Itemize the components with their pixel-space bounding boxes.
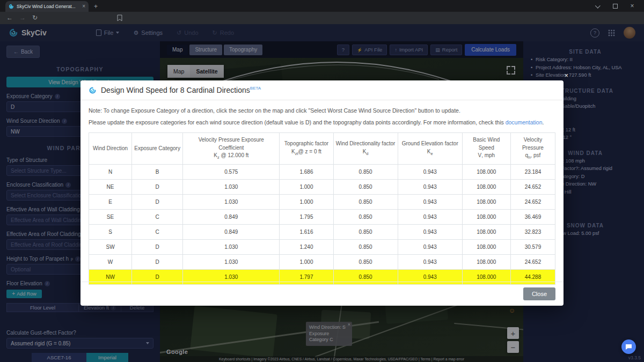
col-wind-direction: Wind Direction: [89, 133, 132, 165]
col-kz: Velocity Pressure Exposure CoefficientKz…: [183, 133, 280, 165]
reload-icon[interactable]: ↻: [32, 14, 38, 21]
screen: SkyCiv Wind Load Generat... ← → ↻ platfo…: [0, 0, 644, 362]
new-tab-button[interactable]: [94, 3, 98, 10]
modal-footer: Close: [80, 282, 564, 306]
modal-header: Design Wind Speed for 8 Cardinal Directi…: [80, 80, 564, 100]
window-maximize-icon[interactable]: [606, 0, 624, 12]
close-button[interactable]: Close: [523, 287, 555, 300]
tab-title: SkyCiv Wind Load Generat...: [17, 4, 79, 9]
table-row: WD1.0301.0000.8500.943108.00024.652: [89, 254, 555, 269]
window-close-icon[interactable]: [624, 0, 641, 12]
col-velocity-pressure: Velocity Pressureqh, psf: [510, 133, 555, 165]
col-exposure-category: Exposure Category: [132, 133, 183, 165]
beta-badge: BETA: [250, 86, 261, 91]
documentation-link[interactable]: documentation: [506, 119, 543, 125]
skyciv-favicon-icon: [9, 4, 14, 9]
design-wind-speed-modal: Design Wind Speed for 8 Cardinal Directi…: [80, 80, 564, 306]
browser-tabstrip: SkyCiv Wind Load Generat...: [0, 0, 644, 12]
modal-close-icon[interactable]: [564, 71, 568, 79]
modal-title: Design Wind Speed for 8 Cardinal Directi…: [101, 86, 261, 94]
bookmark-icon[interactable]: [117, 14, 122, 21]
col-basic-wind-speed: Basic Wind SpeedV, mph: [462, 133, 510, 165]
chat-bubble-button[interactable]: [621, 339, 636, 354]
col-kd: Wind Directionality factorKd: [333, 133, 398, 165]
wind-speed-table: Wind Direction Exposure Category Velocit…: [89, 132, 555, 285]
col-ke: Ground Elevation factorKe: [398, 133, 462, 165]
browser-toolbar: ← → ↻ platform.skyciv.com/design/wind/v2: [0, 12, 644, 24]
modal-note-1: Note: To change Exposure Category of a d…: [89, 107, 555, 114]
table-header-row: Wind Direction Exposure Category Velocit…: [89, 133, 555, 165]
forward-icon[interactable]: →: [19, 14, 26, 21]
back-icon[interactable]: ←: [6, 14, 13, 21]
window-controls: [589, 0, 641, 12]
table-row: SEC0.8491.7950.8500.943108.00036.469: [89, 209, 555, 224]
table-row: SWD1.0301.2400.8500.943108.00030.579: [89, 239, 555, 254]
table-row: NED1.0301.0000.8500.943108.00024.652: [89, 179, 555, 194]
tab-close-icon[interactable]: [82, 4, 85, 9]
table-row: NB0.5751.6860.8500.943108.00023.184: [89, 164, 555, 179]
table-row: ED1.0301.0000.8500.943108.00024.652: [89, 194, 555, 209]
col-kzt: Topographic factorKzt@ z = 0 ft: [280, 133, 333, 165]
skyciv-icon: [89, 86, 97, 94]
table-row: SC0.8491.6160.8500.943108.00032.823: [89, 224, 555, 239]
modal-body: Note: To change Exposure Category of a d…: [80, 100, 564, 285]
browser-tab[interactable]: SkyCiv Wind Load Generat...: [5, 1, 89, 12]
chat-icon: [625, 344, 632, 350]
modal-note-2: Please update the exposure categories fo…: [89, 119, 555, 126]
window-minimize-icon[interactable]: [589, 0, 606, 12]
